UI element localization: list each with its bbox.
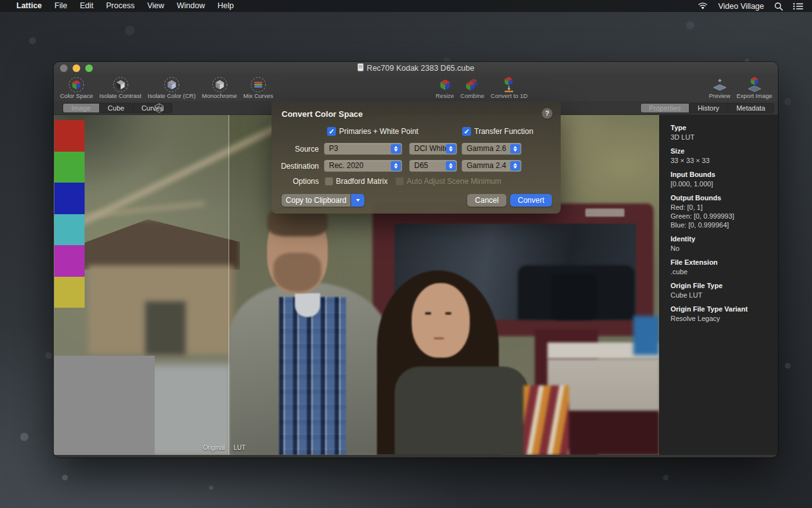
menu-item-process[interactable]: Process	[100, 0, 141, 12]
convert-to-1d-icon	[501, 76, 516, 93]
menu-bar: Lattice File Edit Process View Window He…	[0, 0, 812, 12]
dropdown-value: D65	[414, 161, 428, 170]
resize-cube-icon	[438, 76, 453, 93]
destination-colorspace-dropdown[interactable]: Rec. 2020	[324, 160, 402, 172]
toolbar-resize-button[interactable]: Resize	[433, 76, 457, 99]
scene-blue-car	[633, 316, 659, 355]
toolbar-color-space-button[interactable]: Color Space	[57, 76, 96, 99]
preview-plane-icon	[712, 76, 728, 93]
scene-truck-brake-light	[585, 209, 624, 217]
property-label: File Extension	[671, 258, 778, 266]
close-button[interactable]	[60, 64, 68, 72]
swatch-blue	[54, 183, 85, 214]
property-label: Origin File Type	[671, 282, 778, 289]
minimize-button[interactable]	[73, 64, 80, 72]
document-icon	[357, 63, 364, 73]
gray-card-swatch	[54, 356, 155, 455]
toolbar-label: Isolate Color (CR)	[148, 92, 196, 99]
destination-whitepoint-dropdown[interactable]: D65	[409, 160, 457, 172]
toolbar-label: Isolate Contrast	[99, 92, 141, 99]
convert-button[interactable]: Convert	[510, 194, 552, 207]
tab-cube[interactable]: Cube	[100, 104, 133, 112]
cube-wireframe-button[interactable]	[153, 103, 165, 113]
zoom-button[interactable]	[85, 64, 93, 72]
copy-menu-chevron-button[interactable]	[351, 194, 364, 207]
toolbar-convert-to-1d-button[interactable]: Convert to 1D	[487, 76, 531, 99]
scene-man-beard	[273, 253, 321, 292]
test-swatch-column	[54, 120, 85, 308]
property-value: Red: [0, 1]	[671, 203, 778, 212]
cancel-button[interactable]: Cancel	[467, 194, 506, 207]
toolbar-label: Monochrome	[202, 92, 237, 99]
wifi-icon[interactable]	[698, 3, 708, 10]
toolbar-mix-curves-button[interactable]: Mix Curves	[240, 76, 277, 99]
auto-adjust-label: Auto Adjust Scene Minimum	[407, 177, 501, 186]
transfer-checkbox[interactable]: ✓	[462, 127, 471, 136]
tab-metadata[interactable]: Metadata	[728, 104, 773, 112]
property-size: Size 33 × 33 × 33	[671, 147, 778, 165]
property-value: Blue: [0, 0.999964]	[671, 221, 778, 229]
search-icon[interactable]	[774, 2, 783, 11]
scene-girl-eye	[425, 312, 431, 315]
scene-girl-top	[395, 366, 528, 455]
destination-gamma-dropdown[interactable]: Gamma 2.4	[462, 160, 522, 172]
property-value: No	[671, 244, 778, 253]
toolbar-label: Export Image	[737, 92, 773, 99]
swatch-green	[54, 152, 85, 183]
bradford-matrix-checkbox[interactable]	[325, 177, 333, 186]
property-value: [0.000, 1.000]	[671, 179, 778, 188]
toolbar-label: Convert to 1D	[491, 92, 528, 99]
copy-to-clipboard-button[interactable]: Copy to Clipboard	[282, 194, 350, 207]
copy-to-clipboard-group: Copy to Clipboard	[282, 194, 364, 207]
source-whitepoint-dropdown[interactable]: DCI White	[409, 143, 457, 155]
properties-panel: Type 3D LUT Size 33 × 33 × 33 Input Boun…	[659, 115, 778, 455]
tab-properties[interactable]: Properties	[641, 104, 690, 112]
source-colorspace-dropdown[interactable]: P3	[324, 143, 402, 155]
property-value: .cube	[671, 267, 778, 276]
property-value: Green: [0, 0.999993]	[671, 212, 778, 221]
menu-list-icon[interactable]	[793, 3, 803, 10]
isolate-contrast-cube-icon	[112, 76, 129, 93]
transfer-checkbox-label: Transfer Function	[474, 127, 534, 136]
dropdown-value: Gamma 2.6	[467, 144, 506, 153]
toolbar-label: Combine	[460, 92, 484, 99]
property-origin-file-type-variant: Origin File Type Variant Resolve Legacy	[671, 305, 778, 323]
split-divider[interactable]	[229, 115, 229, 455]
tab-history[interactable]: History	[690, 104, 728, 112]
title-bar[interactable]: Rec709 Kodak 2383 D65.cube	[54, 62, 778, 75]
window-title: Rec709 Kodak 2383 D65.cube	[367, 64, 474, 73]
primaries-checkbox[interactable]: ✓	[327, 127, 336, 136]
menu-item-edit[interactable]: Edit	[73, 0, 100, 12]
menu-item-window[interactable]: Window	[170, 0, 211, 12]
toolbar-isolate-contrast-button[interactable]: Isolate Contrast	[96, 76, 145, 99]
stepper-icon	[510, 144, 520, 154]
menu-item-view[interactable]: View	[141, 0, 170, 12]
options-row-label: Options	[272, 177, 319, 186]
isolate-color-cube-icon	[164, 76, 180, 93]
help-button[interactable]: ?	[542, 108, 552, 119]
export-image-icon	[746, 76, 763, 93]
property-file-extension: File Extension .cube	[671, 258, 778, 276]
toolbar-preview-button[interactable]: Preview	[706, 76, 734, 99]
stepper-icon	[391, 161, 401, 171]
convert-color-space-dialog: Convert Color Space ? ✓ Primaries + Whit…	[272, 101, 561, 214]
property-value: 33 × 33 × 33	[671, 156, 778, 165]
tab-image[interactable]: Image	[63, 104, 100, 112]
menu-item-help[interactable]: Help	[212, 0, 241, 12]
toolbar-monochrome-button[interactable]: Monochrome	[199, 76, 240, 99]
swatch-teal	[54, 214, 85, 246]
menu-item-lattice[interactable]: Lattice	[10, 0, 48, 12]
property-identity: Identity No	[671, 235, 778, 253]
toolbar-combine-button[interactable]: Combine	[457, 76, 487, 99]
toolbar-export-image-button[interactable]: Export Image	[734, 76, 776, 99]
menu-item-file[interactable]: File	[48, 0, 73, 12]
lattice-window: Rec709 Kodak 2383 D65.cube Color Space I…	[54, 62, 778, 457]
scene-truck-cargo	[551, 274, 597, 320]
toolbar: Color Space Isolate Contrast Isolate Col…	[54, 75, 778, 101]
scene-girl-eye	[445, 312, 451, 315]
bradford-matrix-label: Bradford Matrix	[336, 177, 388, 186]
toolbar-isolate-color-button[interactable]: Isolate Color (CR)	[145, 76, 199, 99]
source-gamma-dropdown[interactable]: Gamma 2.6	[462, 143, 522, 155]
status-user-name[interactable]: Video Village	[718, 2, 764, 11]
property-label: Output Bounds	[671, 194, 778, 202]
